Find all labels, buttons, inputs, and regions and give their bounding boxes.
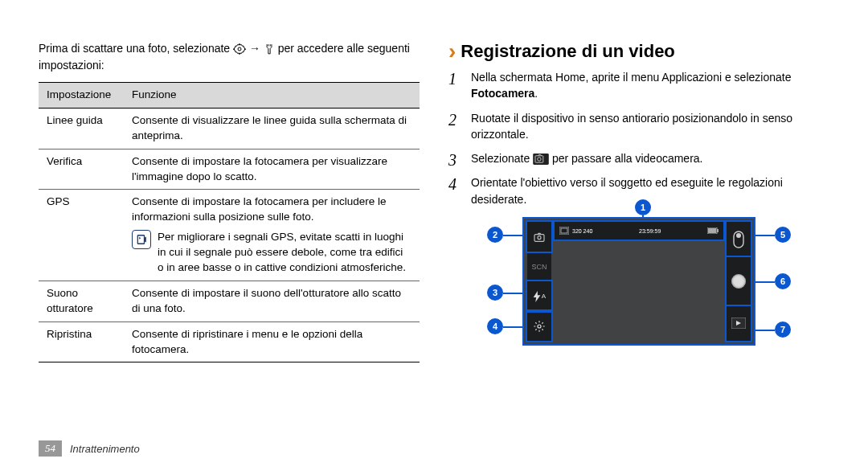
battery-icon [707,227,719,234]
svg-point-14 [736,233,741,238]
scene-mode-icon[interactable]: SCN [527,252,551,281]
setting-name: Linee guida [39,108,124,149]
setting-desc: Consente di impostare la fotocamera per … [124,149,420,190]
callout-5: 5 [775,227,791,243]
step-2: Ruotate il dispositivo in senso antiorar… [448,110,829,143]
callout-3: 3 [487,285,503,301]
viewfinder-left-controls: SCN A [527,222,551,341]
chevron-icon: › [448,40,456,63]
viewfinder-right-controls [727,222,751,341]
svg-rect-1 [137,236,144,244]
switch-camera-icon[interactable] [527,222,551,252]
note-icon [132,230,151,249]
steps-list: Nella schermata Home, aprite il menu App… [448,69,829,207]
viewfinder-diagram: 1 2 3 4 5 6 7 320 240 [482,217,796,354]
callout-1: 1 [635,199,651,215]
flash-icon[interactable]: A [527,281,551,311]
gps-desc: Consente di impostare la fotocamera per … [132,195,387,223]
table-row: Ripristina Consente di ripristinare i me… [39,322,420,362]
gallery-thumbnail[interactable] [727,306,751,342]
left-column: Prima di scattare una foto, selezionate … [39,40,420,362]
settings-table: Impostazione Funzione Linee guida Consen… [39,82,420,362]
viewfinder-frame: 320 240 23:59:59 SCN A [522,217,755,346]
table-row: Suono otturatore Consente di impostare i… [39,281,420,322]
col-function: Funzione [124,83,420,109]
setting-desc: Consente di impostare il suono dell'ottu… [124,281,420,322]
heading-title: Registrazione di un video [461,41,674,62]
svg-rect-6 [561,228,567,233]
page-number: 54 [39,440,62,457]
arrow-text: → [249,42,260,55]
setting-name: Ripristina [39,322,124,362]
callout-6: 6 [775,273,791,289]
setting-name: Suono otturatore [39,281,124,322]
svg-point-11 [538,236,541,239]
intro-before: Prima di scattare una foto, selezionate [39,42,233,55]
setting-name: GPS [39,190,124,281]
camera-icon [533,154,549,165]
right-column: › Registrazione di un video Nella scherm… [448,40,829,362]
callout-2: 2 [487,227,503,243]
table-header-row: Impostazione Funzione [39,83,420,109]
svg-rect-8 [717,229,719,232]
mode-switch-icon[interactable] [727,222,751,257]
page-footer: 54 Intrattenimento [39,440,140,457]
step-1: Nella schermata Home, aprite il menu App… [448,69,829,102]
svg-point-0 [238,47,241,51]
callout-7: 7 [775,322,791,338]
record-button[interactable] [727,257,751,306]
svg-rect-9 [708,228,716,233]
section-heading: › Registrazione di un video [448,40,829,63]
gps-note: Per migliorare i segnali GPS, evitate sc… [158,230,411,276]
section-name: Intrattenimento [70,443,140,455]
tool-icon [264,43,275,55]
setting-name: Verifica [39,149,124,190]
recording-time: 23:59:59 [639,228,661,234]
intro-text: Prima di scattare una foto, selezionate … [39,40,420,74]
settings-icon[interactable] [527,311,551,341]
resolution-indicator: 320 240 [559,227,592,235]
callout-4: 4 [487,318,503,334]
app-name: Fotocamera [471,87,534,100]
col-setting: Impostazione [39,83,124,109]
setting-desc: Consente di ripristinare i menu e le opz… [124,322,420,362]
setting-desc: Consente di impostare la fotocamera per … [124,190,420,281]
viewfinder-topbar: 320 240 23:59:59 [555,222,723,240]
table-row: Linee guida Consente di visualizzare le … [39,108,420,149]
table-row: Verifica Consente di impostare la fotoca… [39,149,420,190]
setting-desc: Consente di visualizzare le linee guida … [124,108,420,149]
gear-icon [233,43,246,55]
svg-rect-10 [534,234,544,241]
table-row: GPS Consente di impostare la fotocamera … [39,190,420,281]
step-3: Selezionate per passare alla videocamera… [448,150,829,166]
svg-point-12 [538,325,541,328]
